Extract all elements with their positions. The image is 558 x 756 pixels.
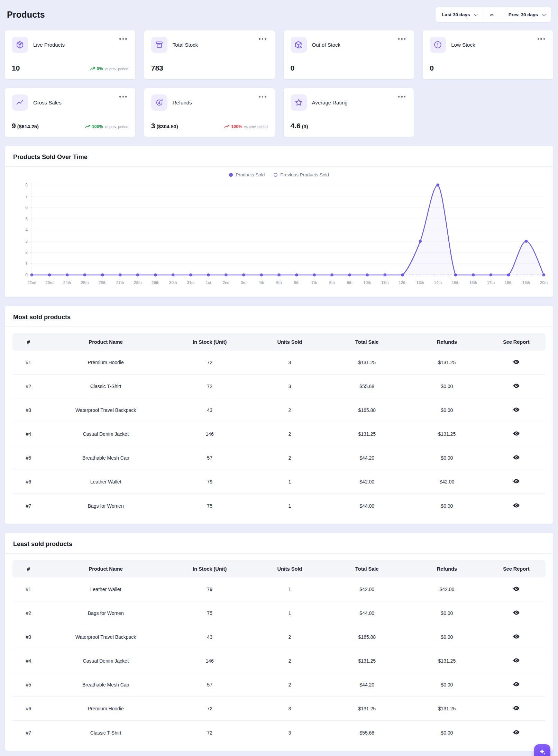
see-report-button[interactable]	[511, 608, 521, 619]
table-cell: $42.00	[407, 470, 487, 494]
chart-panel-title: Products Sold Over Time	[13, 154, 545, 161]
column-header: Product Name	[44, 333, 167, 351]
table-cell: 43	[167, 625, 253, 649]
see-report-button[interactable]	[511, 476, 521, 487]
table-cell: Bags for Women	[44, 601, 167, 625]
comparison-period-dropdown[interactable]: Prev. 30 days	[502, 7, 551, 22]
most-sold-products-panel: Most sold products #Product NameIn Stock…	[5, 306, 553, 524]
table-cell: $0.00	[407, 625, 487, 649]
table-row: #5Breathable Mesh Cap572$44.20$0.00	[12, 446, 546, 470]
table-cell: 2	[252, 649, 327, 673]
eye-icon	[513, 382, 520, 390]
see-report-button[interactable]	[511, 500, 521, 511]
table-cell: #2	[12, 375, 44, 398]
see-report-button[interactable]	[511, 357, 521, 368]
see-report-button[interactable]	[511, 703, 521, 714]
stat-card-label: Live Products	[33, 42, 65, 48]
table-cell: #6	[12, 697, 44, 721]
ellipsis-menu-icon[interactable]	[257, 94, 268, 99]
svg-text:12th: 12th	[399, 280, 406, 285]
chevron-down-icon	[474, 12, 478, 16]
svg-text:7th: 7th	[312, 280, 317, 285]
eye-icon	[513, 454, 520, 462]
svg-text:28th: 28th	[134, 280, 141, 285]
column-header: In Stock (Unit)	[167, 333, 253, 351]
table-cell: #1	[12, 351, 44, 375]
legend-marker-icon	[274, 173, 277, 177]
column-header: See Report	[487, 560, 546, 578]
stat-card-live-products: Live Products 10 0% vs prev. period	[5, 30, 135, 79]
column-header: #	[12, 333, 44, 351]
ellipsis-menu-icon[interactable]	[397, 94, 407, 99]
table-cell: Casual Denim Jacket	[44, 422, 167, 446]
see-report-button[interactable]	[511, 428, 521, 440]
see-report-button[interactable]	[511, 679, 521, 690]
ellipsis-menu-icon[interactable]	[257, 37, 268, 41]
table-cell: #3	[12, 625, 44, 649]
eye-icon	[513, 406, 520, 414]
see-report-button[interactable]	[511, 405, 521, 416]
stat-card-label: Gross Sales	[33, 100, 62, 105]
see-report-button[interactable]	[511, 584, 521, 595]
eye-icon	[513, 502, 520, 510]
table-cell: $131.25	[407, 351, 487, 375]
table-cell: $165.88	[327, 398, 407, 422]
see-report-button[interactable]	[511, 452, 521, 463]
svg-text:6: 6	[25, 205, 28, 210]
table-row: #7Classic T-Shirt723$55.68$0.00	[12, 721, 546, 745]
ai-assistant-button[interactable]	[534, 744, 550, 756]
column-header: Total Sale	[327, 560, 407, 578]
svg-text:17th: 17th	[487, 280, 495, 285]
table-cell: $55.68	[327, 721, 407, 745]
products-table: #Product NameIn Stock (Unit)Units SoldTo…	[12, 560, 546, 745]
ellipsis-menu-icon[interactable]	[536, 37, 547, 41]
see-report-button[interactable]	[511, 631, 521, 643]
table-cell: $44.00	[327, 601, 407, 625]
svg-text:24th: 24th	[63, 280, 71, 285]
table-cell: 79	[167, 578, 253, 601]
svg-text:4: 4	[25, 228, 28, 232]
table-row: #6Leather Wallet791$42.00$42.00	[12, 470, 546, 494]
table-row: #6Premium Hoodie723$131.25$131.25	[12, 697, 546, 721]
stat-card-value: 10	[12, 64, 20, 72]
table-cell: Breathable Mesh Cap	[44, 446, 167, 470]
table-cell: 79	[167, 470, 253, 494]
refund-icon: $	[151, 94, 167, 111]
eye-icon	[513, 358, 520, 367]
column-header: In Stock (Unit)	[167, 560, 253, 578]
table-row: #3Waterproof Travel Backpack432$165.88$0…	[12, 398, 546, 422]
table-cell: $42.00	[327, 470, 407, 494]
ellipsis-menu-icon[interactable]	[118, 37, 128, 41]
table-cell: $42.00	[407, 578, 487, 601]
table-cell: $131.25	[327, 697, 407, 721]
svg-text:5th: 5th	[276, 280, 282, 285]
vs-label: vs.	[483, 7, 502, 22]
table-cell: 43	[167, 398, 253, 422]
see-report-button[interactable]	[511, 381, 521, 392]
table-cell: 57	[167, 673, 253, 697]
table-cell: 3	[252, 375, 327, 398]
table-row: #2Bags for Women751$44.00$0.00	[12, 601, 546, 625]
primary-period-dropdown[interactable]: Last 30 days	[436, 7, 483, 22]
svg-text:27th: 27th	[116, 280, 124, 285]
table-cell: 3	[252, 721, 327, 745]
legend-label: Products Sold	[236, 172, 265, 177]
table-cell: 72	[167, 351, 253, 375]
ellipsis-menu-icon[interactable]	[397, 37, 407, 41]
svg-text:19th: 19th	[522, 280, 530, 285]
see-report-button[interactable]	[511, 727, 521, 738]
see-report-button[interactable]	[511, 655, 521, 666]
stat-card-value: 783	[151, 64, 163, 72]
column-header: Total Sale	[327, 333, 407, 351]
stat-card-label: Average Rating	[312, 100, 348, 105]
table-cell: #6	[12, 470, 44, 494]
svg-text:22nd: 22nd	[27, 280, 36, 285]
legend-item-products-sold[interactable]: Products Sold	[229, 172, 265, 177]
table-cell: $0.00	[407, 721, 487, 745]
ellipsis-menu-icon[interactable]	[118, 94, 128, 99]
table-cell: 72	[167, 375, 253, 398]
legend-item-previous-products-sold[interactable]: Previous Products Sold	[274, 172, 329, 177]
column-header: See Report	[487, 333, 546, 351]
eye-icon	[513, 478, 520, 486]
svg-text:0: 0	[25, 273, 28, 277]
